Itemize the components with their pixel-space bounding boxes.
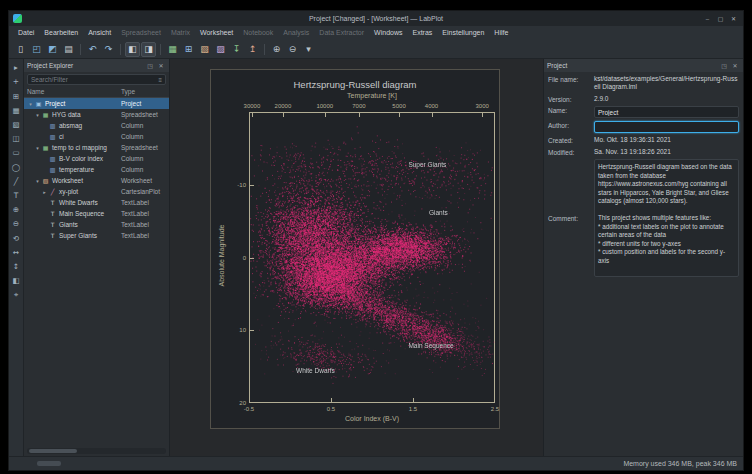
tree-item-hyg-data[interactable]: ▾▦HYG dataSpreadsheet bbox=[24, 109, 169, 120]
add-text-label-button[interactable]: T bbox=[10, 190, 22, 202]
label-icon: T bbox=[48, 210, 57, 217]
open-project-button[interactable]: ◰ bbox=[29, 42, 44, 57]
tree-item-ci[interactable]: ▥ciColumn bbox=[24, 131, 169, 142]
tree-item-worksheet[interactable]: ▾▧WorksheetWorksheet bbox=[24, 175, 169, 186]
new-matrix-button[interactable]: ⊞ bbox=[181, 42, 196, 57]
project-name-field[interactable] bbox=[594, 106, 739, 118]
explorer-hscrollbar[interactable] bbox=[27, 448, 166, 454]
zoom-out-tool-button[interactable]: ⊖ bbox=[10, 218, 22, 230]
menu-extras[interactable]: Extras bbox=[407, 26, 437, 40]
target-tool-button[interactable]: ⌖ bbox=[10, 289, 22, 301]
worksheet-page[interactable]: Hertzsprung-Russell diagram Temperature … bbox=[210, 69, 500, 429]
import-data-button[interactable]: ↧ bbox=[229, 42, 244, 57]
titlebar[interactable]: Project [Changed] - [Worksheet] — LabPlo… bbox=[9, 11, 743, 26]
author-field[interactable] bbox=[594, 121, 739, 133]
annotation-white-dwarfs[interactable]: White Dwarfs bbox=[296, 366, 335, 373]
new-project-button[interactable]: ▯ bbox=[13, 42, 28, 57]
redo-button[interactable]: ↷ bbox=[101, 42, 116, 57]
search-input[interactable] bbox=[31, 76, 158, 83]
undo-button[interactable]: ↶ bbox=[85, 42, 100, 57]
tree-item-temp-to-ci-mapping[interactable]: ▾▦temp to ci mappingSpreadsheet bbox=[24, 142, 169, 153]
menu-ansicht[interactable]: Ansicht bbox=[83, 26, 116, 40]
add-line-button[interactable]: ╱ bbox=[10, 176, 22, 188]
zoom-in-button[interactable]: ⊕ bbox=[269, 42, 284, 57]
new-worksheet-button[interactable]: ▧ bbox=[197, 42, 212, 57]
worksheet-view[interactable]: Hertzsprung-Russell diagram Temperature … bbox=[170, 59, 543, 456]
toggle-project-explorer-button[interactable]: ◧ bbox=[125, 42, 140, 57]
tree-item-label: temp to ci mapping bbox=[52, 144, 107, 151]
zoom-out-button[interactable]: ⊖ bbox=[285, 42, 300, 57]
crosshair-tool-button[interactable]: + bbox=[10, 76, 22, 88]
annotation-giants[interactable]: Giants bbox=[429, 209, 448, 216]
y-tick-label: 20 bbox=[239, 400, 246, 406]
filter-options-icon[interactable]: ≡ bbox=[158, 77, 162, 83]
tree-item-absmag[interactable]: ▥absmagColumn bbox=[24, 120, 169, 131]
zoom-in-tool-button[interactable]: ⊕ bbox=[10, 204, 22, 216]
reset-zoom-tool-button[interactable]: ⟲ bbox=[10, 232, 22, 244]
tree-item-type: Project bbox=[121, 100, 141, 107]
toolbar-separator bbox=[264, 44, 265, 55]
expander-icon[interactable]: ▾ bbox=[34, 112, 41, 118]
tree-item-giants[interactable]: TGiantsTextLabel bbox=[24, 219, 169, 230]
close-dock-icon[interactable]: ✕ bbox=[730, 61, 740, 71]
add-plot-button[interactable]: ⊞ bbox=[10, 90, 22, 102]
menu-worksheet[interactable]: Worksheet bbox=[195, 26, 238, 40]
created-label: Created: bbox=[548, 136, 594, 144]
tree-item-project[interactable]: ▾▣ProjectProject bbox=[24, 98, 169, 109]
y-tick-label: 0 bbox=[243, 255, 246, 261]
tree-item-main-sequence[interactable]: TMain SequenceTextLabel bbox=[24, 208, 169, 219]
file-name-label: File name: bbox=[548, 75, 594, 83]
layout-tool-button[interactable]: ◧ bbox=[10, 275, 22, 287]
menu-windows[interactable]: Windows bbox=[369, 26, 407, 40]
expander-icon[interactable]: ▾ bbox=[34, 145, 41, 151]
add-ellipse-button[interactable]: ◯ bbox=[10, 161, 22, 173]
add-worksheet-element-button[interactable]: ▧ bbox=[10, 119, 22, 131]
menu-bearbeiten[interactable]: Bearbeiten bbox=[39, 26, 83, 40]
tree-item-temperature[interactable]: ▥temperatureColumn bbox=[24, 164, 169, 175]
tree-column-headers[interactable]: Name Type bbox=[24, 87, 169, 98]
statusbar-slider[interactable] bbox=[37, 461, 61, 466]
minimize-window-icon[interactable]: – bbox=[702, 13, 713, 24]
add-image-button[interactable]: ◫ bbox=[10, 133, 22, 145]
tree-item-xy-plot[interactable]: ▸╱xy-plotCartesianPlot bbox=[24, 186, 169, 197]
scale-y-tool-button[interactable]: ↕ bbox=[10, 261, 22, 273]
menu-data-extractor: Data Extractor bbox=[314, 26, 369, 40]
add-spreadsheet-button[interactable]: ▦ bbox=[10, 105, 22, 117]
hr-scatter-canvas[interactable] bbox=[249, 112, 495, 403]
scale-x-tool-button[interactable]: ↔ bbox=[10, 246, 22, 258]
annotation-main-sequence[interactable]: Main Sequence bbox=[408, 341, 453, 348]
menu-hilfe[interactable]: Hilfe bbox=[489, 26, 513, 40]
explorer-hscrollbar-handle[interactable] bbox=[29, 449, 77, 453]
toolbar-separator bbox=[80, 44, 81, 55]
annotation-super-giants[interactable]: Super Giants bbox=[408, 161, 446, 168]
new-spreadsheet-button[interactable]: ▦ bbox=[165, 42, 180, 57]
expander-icon[interactable]: ▾ bbox=[27, 101, 34, 107]
more-dropdown-button[interactable]: ▾ bbox=[301, 42, 316, 57]
float-dock-icon[interactable]: ◳ bbox=[145, 61, 155, 71]
add-rectangle-button[interactable]: ▭ bbox=[10, 147, 22, 159]
tree-item-label: Main Sequence bbox=[59, 210, 104, 217]
expander-icon[interactable]: ▸ bbox=[41, 189, 48, 195]
toggle-properties-explorer-button[interactable]: ◨ bbox=[141, 42, 156, 57]
print-button[interactable]: ▤ bbox=[61, 42, 76, 57]
tree-item-type: Column bbox=[121, 122, 143, 129]
save-project-button[interactable]: ◩ bbox=[45, 42, 60, 57]
export-data-button[interactable]: ↥ bbox=[245, 42, 260, 57]
float-dock-icon[interactable]: ◳ bbox=[719, 61, 729, 71]
column-header-name[interactable]: Name bbox=[27, 88, 44, 95]
tree-item-super-giants[interactable]: TSuper GiantsTextLabel bbox=[24, 230, 169, 241]
temperature-tick-label: 5000 bbox=[392, 103, 405, 109]
select-tool-button[interactable]: ▸ bbox=[10, 62, 22, 74]
menu-datei[interactable]: Datei bbox=[13, 26, 39, 40]
menu-einstellungen[interactable]: Einstellungen bbox=[437, 26, 489, 40]
tree-item-white-dwarfs[interactable]: TWhite DwarfsTextLabel bbox=[24, 197, 169, 208]
column-header-type[interactable]: Type bbox=[121, 88, 135, 95]
tree-item-type: Column bbox=[121, 166, 143, 173]
comment-textarea[interactable]: Hertzsprung-Russell diagram based on the… bbox=[594, 159, 739, 277]
new-notebook-button[interactable]: ▨ bbox=[213, 42, 228, 57]
close-dock-icon[interactable]: ✕ bbox=[156, 61, 166, 71]
close-window-icon[interactable]: ✕ bbox=[728, 13, 739, 24]
tree-item-b-v-color-index[interactable]: ▥B-V color indexColumn bbox=[24, 153, 169, 164]
expander-icon[interactable]: ▾ bbox=[34, 178, 41, 184]
maximize-window-icon[interactable]: ▢ bbox=[715, 13, 726, 24]
